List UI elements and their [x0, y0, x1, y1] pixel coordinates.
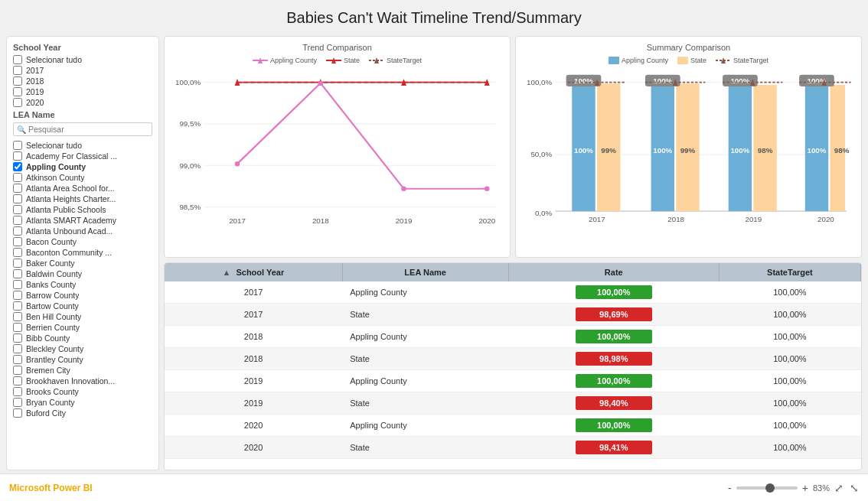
svg-point-29	[401, 187, 406, 192]
checkbox-lea-4[interactable]	[13, 184, 22, 193]
checkbox-lea-14[interactable]	[13, 291, 22, 300]
checkbox-lea-7[interactable]	[13, 216, 22, 225]
filter-lea-20[interactable]: Brantley County	[13, 355, 152, 364]
cell-year-5: 2019	[165, 392, 342, 415]
svg-text:99,5%: 99,5%	[179, 119, 201, 128]
checkbox-lea-0[interactable]	[13, 141, 22, 150]
table-row: 2018 Appling County 100,00% 100,00%	[165, 326, 861, 348]
checkbox-lea-9[interactable]	[13, 237, 22, 246]
checkbox-lea-10[interactable]	[13, 248, 22, 257]
filter-lea-21[interactable]: Bremen City	[13, 366, 152, 375]
table-row: 2017 State 98,69% 100,00%	[165, 304, 861, 326]
checkbox-year-2017[interactable]	[13, 66, 22, 75]
checkbox-lea-3[interactable]	[13, 173, 22, 182]
filter-lea-14[interactable]: Barrow County	[13, 291, 152, 300]
col-school-year[interactable]: ▲ School Year	[165, 263, 342, 281]
summary-chart: Summary Comparison Appling County State	[515, 36, 862, 258]
filter-lea-19[interactable]: Bleckley County	[13, 344, 152, 353]
checkbox-lea-19[interactable]	[13, 344, 22, 353]
summary-chart-title: Summary Comparison	[522, 43, 855, 52]
checkbox-lea-21[interactable]	[13, 366, 22, 375]
filter-lea-15[interactable]: Bartow County	[13, 301, 152, 311]
cell-rate-2: 100,00%	[508, 326, 719, 348]
col-rate[interactable]: Rate	[508, 263, 719, 281]
filter-year-2017[interactable]: 2017	[13, 66, 152, 75]
filter-lea-24[interactable]: Bryan County	[13, 398, 152, 407]
filter-lea-1[interactable]: Academy For Classical ...	[13, 151, 152, 161]
top-charts: Trend Comparison Appling County State	[164, 36, 862, 258]
filter-lea-13[interactable]: Banks County	[13, 280, 152, 289]
filter-lea-18[interactable]: Bibb County	[13, 333, 152, 343]
legend-appling-county: Appling County	[253, 57, 317, 64]
checkbox-lea-5[interactable]	[13, 194, 22, 203]
rate-badge-7: 98,41%	[576, 441, 652, 454]
filter-select-all-year[interactable]: Selecionar tudo	[13, 55, 152, 64]
table-scroll[interactable]: ▲ School Year LEA Name Rate StateTarget …	[165, 263, 861, 459]
checkbox-lea-18[interactable]	[13, 333, 22, 343]
filter-lea-0[interactable]: Selecionar tudo	[13, 141, 152, 150]
checkbox-lea-24[interactable]	[13, 398, 22, 407]
power-bi-link[interactable]: Microsoft Power BI	[9, 483, 93, 493]
checkbox-lea-11[interactable]	[13, 259, 22, 268]
filter-lea-2[interactable]: Appling County	[13, 162, 152, 171]
col-state-target[interactable]: StateTarget	[719, 263, 860, 281]
filter-lea-25[interactable]: Buford City	[13, 408, 152, 418]
checkbox-lea-25[interactable]	[13, 408, 22, 418]
checkbox-lea-22[interactable]	[13, 376, 22, 386]
cell-target-7: 100,00%	[719, 437, 860, 459]
filter-year-2019[interactable]: 2019	[13, 87, 152, 96]
checkbox-lea-15[interactable]	[13, 301, 22, 311]
expand-icon[interactable]: ⤡	[850, 482, 859, 494]
checkbox-year-2018[interactable]	[13, 76, 22, 86]
checkbox-lea-20[interactable]	[13, 355, 22, 364]
checkbox-lea-1[interactable]	[13, 151, 22, 161]
checkbox-lea-17[interactable]	[13, 323, 22, 332]
lea-label-17: Berrien County	[26, 323, 80, 332]
filter-year-2018[interactable]: 2018	[13, 76, 152, 86]
filter-lea-3[interactable]: Atkinson County	[13, 173, 152, 182]
year-label-2019: 2019	[26, 87, 44, 96]
zoom-slider[interactable]	[736, 486, 798, 490]
filter-lea-4[interactable]: Atlanta Area School for...	[13, 184, 152, 193]
filter-lea-5[interactable]: Atlanta Heights Charter...	[13, 194, 152, 203]
checkbox-lea-16[interactable]	[13, 312, 22, 321]
checkbox-lea-2[interactable]	[13, 162, 22, 171]
filter-lea-6[interactable]: Atlanta Public Schools	[13, 205, 152, 214]
summary-legend-appling-label: Appling County	[622, 57, 668, 64]
checkbox-year-2020[interactable]	[13, 98, 22, 107]
checkbox-select-all-year[interactable]	[13, 55, 22, 64]
filter-lea-22[interactable]: Brookhaven Innovation...	[13, 376, 152, 386]
lea-label-24: Bryan County	[26, 398, 75, 407]
cell-year-4: 2019	[165, 370, 342, 392]
checkbox-lea-6[interactable]	[13, 205, 22, 214]
checkbox-lea-23[interactable]	[13, 387, 22, 396]
filter-year-2020[interactable]: 2020	[13, 98, 152, 107]
filter-lea-23[interactable]: Brooks County	[13, 387, 152, 396]
svg-text:2018: 2018	[667, 215, 684, 223]
filter-lea-9[interactable]: Bacon County	[13, 237, 152, 246]
share-icon[interactable]: ⤢	[834, 482, 844, 494]
col-lea-name[interactable]: LEA Name	[342, 263, 508, 281]
search-input[interactable]	[28, 125, 148, 134]
filter-lea-7[interactable]: Atlanta SMART Academy	[13, 216, 152, 225]
cell-rate-1: 98,69%	[508, 304, 719, 326]
filter-lea-12[interactable]: Baldwin County	[13, 269, 152, 278]
bottom-icons: ⤢ ⤡	[834, 482, 859, 494]
checkbox-lea-13[interactable]	[13, 280, 22, 289]
svg-text:98,5%: 98,5%	[179, 203, 201, 211]
cell-year-1: 2017	[165, 304, 342, 326]
filter-lea-11[interactable]: Baker County	[13, 259, 152, 268]
checkbox-year-2019[interactable]	[13, 87, 22, 96]
zoom-plus-button[interactable]: +	[802, 482, 808, 494]
select-all-year-label: Selecionar tudo	[26, 55, 82, 64]
svg-text:2017: 2017	[589, 215, 605, 223]
checkbox-lea-12[interactable]	[13, 269, 22, 278]
filter-lea-8[interactable]: Atlanta Unbound Acad...	[13, 226, 152, 236]
search-box[interactable]: 🔍	[13, 122, 152, 136]
filter-lea-10[interactable]: Baconton Community ...	[13, 248, 152, 257]
filter-lea-17[interactable]: Berrien County	[13, 323, 152, 332]
zoom-minus-button[interactable]: -	[728, 482, 732, 494]
checkbox-lea-8[interactable]	[13, 226, 22, 236]
filter-lea-16[interactable]: Ben Hill County	[13, 312, 152, 321]
year-label-2018: 2018	[26, 76, 44, 86]
